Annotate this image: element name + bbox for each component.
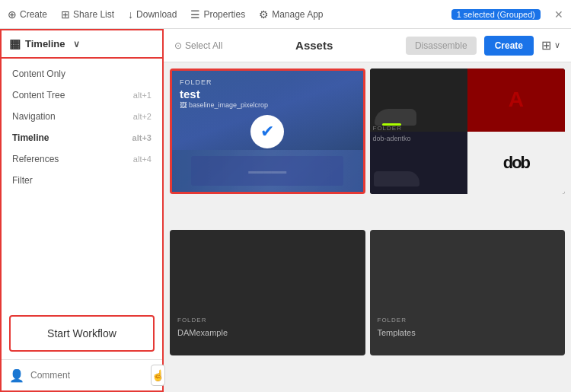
main-layout: ▦ Timeline ∨ Content Only Content Tree a… xyxy=(0,29,571,392)
toolbar: ⊕ Create ⊞ Share List ↓ Download ☰ Prope… xyxy=(0,0,571,29)
card3-background: FOLDER DAMexample xyxy=(170,230,365,355)
select-all-label: Select All xyxy=(185,40,222,51)
sidebar-menu: Content Only Content Tree alt+1 Navigati… xyxy=(2,59,162,309)
card1-name: test xyxy=(180,88,200,100)
sidebar-item-references[interactable]: References alt+4 xyxy=(2,148,162,170)
properties-label: Properties xyxy=(203,9,245,20)
asset-card-damexample[interactable]: FOLDER DAMexample xyxy=(170,230,365,355)
user-icon: 👤 xyxy=(9,368,24,383)
selection-badge: 1 selected (Grouped) xyxy=(451,9,541,20)
content-area: ⊙ Select All Assets Disassemble Create ⊞… xyxy=(164,29,571,392)
card4-name: Templates xyxy=(378,328,416,337)
menu-label: Content Tree xyxy=(12,90,65,100)
shortcut-label: alt+1 xyxy=(133,91,152,100)
properties-button[interactable]: ☰ Properties xyxy=(190,8,245,21)
asset-card-templates[interactable]: FOLDER Templates xyxy=(370,230,566,355)
shortcut-label: alt+3 xyxy=(132,133,152,142)
sidebar-item-navigation[interactable]: Navigation alt+2 xyxy=(2,106,162,127)
grid-view-icon: ⊞ xyxy=(541,38,551,53)
asset-card-dob[interactable]: A dob FOLDER dob-adentko xyxy=(370,69,566,194)
sidebar-item-filter[interactable]: Filter xyxy=(2,170,162,191)
send-comment-button[interactable]: ☝ xyxy=(151,365,165,386)
card1-file-info: 🖼 baseline_image_pixelcrop xyxy=(180,101,268,109)
chevron-down-icon: ∨ xyxy=(554,40,560,50)
create-button[interactable]: ⊕ Create xyxy=(8,8,47,21)
download-icon: ↓ xyxy=(128,8,133,21)
card1-background: FOLDER test 🖼 baseline_image_pixelcrop ✔… xyxy=(172,71,363,192)
image-icon: 🖼 xyxy=(180,101,187,109)
share-list-button[interactable]: ⊞ Share List xyxy=(61,8,114,21)
start-workflow-button[interactable]: Start Workflow xyxy=(9,315,155,352)
send-icon: ☝ xyxy=(152,369,164,381)
download-button[interactable]: ↓ Download xyxy=(128,8,177,21)
share-list-icon: ⊞ xyxy=(61,8,70,21)
sidebar-item-content-tree[interactable]: Content Tree alt+1 xyxy=(2,84,162,106)
dob-text: dob xyxy=(503,153,529,173)
sidebar-item-content-only[interactable]: Content Only xyxy=(2,63,162,84)
menu-label: Filter xyxy=(12,175,33,186)
share-list-label: Share List xyxy=(73,9,114,20)
menu-label: Navigation xyxy=(12,111,56,122)
asset-card-test[interactable]: FOLDER test 🖼 baseline_image_pixelcrop ✔… xyxy=(170,69,365,194)
menu-label: Content Only xyxy=(12,69,65,79)
select-all-button[interactable]: ⊙ Select All xyxy=(174,40,222,51)
sidebar-title: Timeline xyxy=(25,38,65,49)
chevron-down-icon: ∨ xyxy=(73,39,80,49)
sidebar-header[interactable]: ▦ Timeline ∨ xyxy=(0,29,164,59)
card1-thumbnail: ▬▬▬▬▬ xyxy=(172,150,363,192)
start-workflow-label: Start Workflow xyxy=(47,327,116,339)
comment-input[interactable] xyxy=(30,370,145,381)
menu-label: Timeline xyxy=(12,132,49,143)
card2-name: dob-adentko xyxy=(373,135,411,192)
manage-app-label: Manage App xyxy=(272,9,323,20)
selected-check-icon: ✔ xyxy=(250,115,284,148)
asset-grid: FOLDER test 🖼 baseline_image_pixelcrop ✔… xyxy=(164,62,571,392)
create-label: Create xyxy=(20,9,47,20)
sidebar-comment-area: 👤 ☝ xyxy=(2,359,162,390)
grid-icon: ▦ xyxy=(9,37,21,51)
card1-type-label: FOLDER xyxy=(180,78,212,86)
shortcut-label: alt+2 xyxy=(133,112,152,121)
content-title: Assets xyxy=(230,39,398,52)
properties-icon: ☰ xyxy=(190,8,200,21)
manage-app-button[interactable]: ⚙ Manage App xyxy=(259,8,323,21)
card3-name: DAMexample xyxy=(177,328,228,337)
close-button[interactable]: ✕ xyxy=(554,8,563,21)
content-create-button[interactable]: Create xyxy=(484,36,534,56)
menu-label: References xyxy=(12,154,59,164)
manage-app-icon: ⚙ xyxy=(259,8,269,21)
card3-type-label: FOLDER xyxy=(177,317,206,323)
create-icon: ⊕ xyxy=(8,8,17,21)
shortcut-label: alt+4 xyxy=(133,155,152,164)
sidebar-item-timeline[interactable]: Timeline alt+3 xyxy=(2,127,162,148)
select-all-icon: ⊙ xyxy=(174,40,182,51)
card1-file-label: baseline_image_pixelcrop xyxy=(189,101,268,109)
view-toggle-button[interactable]: ⊞ ∨ xyxy=(541,38,560,53)
card4-background: FOLDER Templates xyxy=(370,230,566,355)
disassemble-button[interactable]: Disassemble xyxy=(406,37,477,55)
download-label: Download xyxy=(136,9,177,20)
card4-type-label: FOLDER xyxy=(378,317,407,323)
card2-type-label: FOLDER xyxy=(373,125,402,132)
sidebar: ▦ Timeline ∨ Content Only Content Tree a… xyxy=(0,29,164,392)
content-header: ⊙ Select All Assets Disassemble Create ⊞… xyxy=(164,29,571,62)
